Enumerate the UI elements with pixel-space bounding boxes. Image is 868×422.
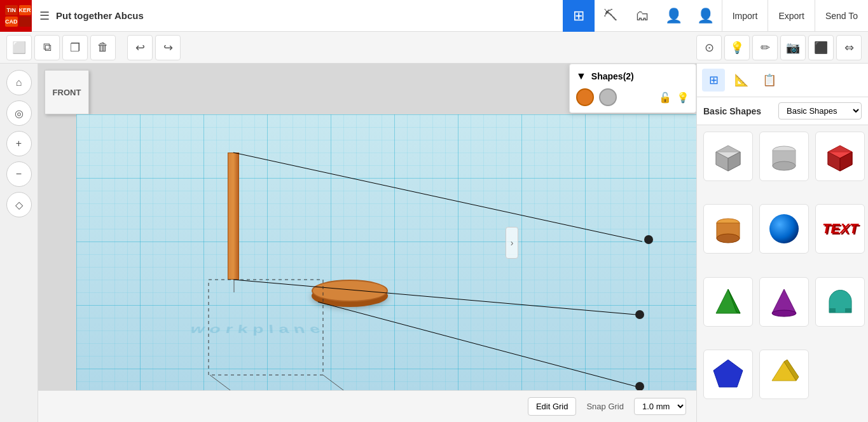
zoom-in-btn[interactable]: + bbox=[6, 131, 32, 156]
text-3d-shape-item[interactable]: TEXT bbox=[815, 204, 865, 254]
svg-line-2 bbox=[233, 153, 642, 242]
svg-line-9 bbox=[210, 375, 235, 390]
profile-btn[interactable]: 👤 bbox=[690, 0, 722, 32]
right-panel-tabs: ⊞ 📐 📋 bbox=[697, 64, 868, 97]
canvas-bottom-controls: Edit Grid Snap Grid 1.0 mm 0.5 mm 0.1 mm… bbox=[38, 390, 696, 422]
notes-tool-btn[interactable]: ✏ bbox=[752, 35, 778, 60]
fit-view-btn[interactable]: ◎ bbox=[6, 100, 32, 126]
shape-color-orange[interactable] bbox=[576, 88, 594, 106]
right-panel: ⊞ 📐 📋 Basic Shapes Basic Shapes Text & N… bbox=[696, 64, 868, 422]
pentagon-blue-shape-item[interactable] bbox=[703, 350, 753, 399]
home-view-btn[interactable]: ⌂ bbox=[6, 70, 32, 95]
svg-point-5 bbox=[635, 310, 644, 319]
canvas-area[interactable]: FRONT workplane bbox=[38, 64, 696, 422]
send-to-btn[interactable]: Send To bbox=[815, 0, 868, 32]
zoom-out-btn[interactable]: − bbox=[6, 161, 32, 187]
panel-expand-arrow[interactable]: › bbox=[506, 227, 518, 259]
notes-panel-tab[interactable]: 📋 bbox=[758, 69, 781, 92]
capture-tool-btn[interactable]: 📷 bbox=[780, 35, 806, 60]
cylinder-orange-shape-item[interactable] bbox=[703, 204, 753, 254]
shapes-category-select[interactable]: Basic Shapes Text & Numbers Geometric Fe… bbox=[778, 102, 862, 119]
align-tool-btn[interactable]: ⬛ bbox=[808, 35, 834, 60]
basic-shapes-title: Basic Shapes bbox=[703, 106, 778, 116]
main-area: ⌂ ◎ + − ◇ FRONT bbox=[0, 64, 868, 422]
shapes-popup-header: ▼ Shapes(2) bbox=[576, 71, 689, 82]
svg-line-6 bbox=[318, 302, 636, 386]
header: TIN KER CAD ☰ Put together Abcus ⊞ ⛏ 🗂 👤… bbox=[0, 0, 868, 32]
objects-container bbox=[76, 114, 696, 390]
app-logo[interactable]: TIN KER CAD bbox=[0, 0, 32, 32]
disc-object[interactable] bbox=[312, 280, 388, 302]
arch-teal-shape-item[interactable] bbox=[815, 277, 865, 327]
project-title: Put together Abcus bbox=[56, 10, 144, 21]
svg-marker-32 bbox=[713, 360, 743, 387]
camera-tool-btn[interactable]: ⊙ bbox=[696, 35, 722, 60]
svg-point-29 bbox=[772, 310, 796, 316]
menu-icon[interactable]: ☰ bbox=[39, 9, 50, 23]
lock-icon[interactable]: 🔓 bbox=[659, 92, 672, 104]
copy-tool-btn[interactable]: ⧉ bbox=[34, 35, 60, 60]
view-cube-face: FRONT bbox=[45, 70, 89, 114]
text-3d-icon: TEXT bbox=[822, 221, 858, 237]
roof-yellow-shape-item[interactable] bbox=[759, 350, 809, 399]
cone-purple-shape-item[interactable] bbox=[759, 277, 809, 327]
svg-rect-8 bbox=[209, 280, 323, 375]
import-btn[interactable]: Import bbox=[722, 0, 769, 32]
shapes-popup: ▼ Shapes(2) 🔓 💡 bbox=[569, 64, 696, 113]
light-popup-icon[interactable]: 💡 bbox=[677, 92, 689, 104]
undo-tool-btn[interactable]: ↩ bbox=[127, 35, 153, 60]
cylinder-gray-shape-item[interactable] bbox=[759, 132, 809, 181]
svg-point-7 bbox=[635, 382, 644, 390]
workplane-tool-btn[interactable]: ⬜ bbox=[6, 35, 32, 60]
mirror-tool-btn[interactable]: ⇔ bbox=[836, 35, 862, 60]
shape-icons-row: 🔓 💡 bbox=[576, 88, 689, 106]
measurement-svg bbox=[76, 114, 696, 390]
redo-tool-btn[interactable]: ↪ bbox=[155, 35, 181, 60]
box-gray-shape-item[interactable] bbox=[703, 132, 753, 181]
svg-marker-28 bbox=[772, 289, 796, 313]
shape-color-gray[interactable] bbox=[599, 88, 617, 106]
basic-shapes-header: Basic Shapes Basic Shapes Text & Numbers… bbox=[697, 97, 868, 125]
view-cube[interactable]: FRONT bbox=[45, 70, 95, 121]
shapes-popup-title: Shapes(2) bbox=[591, 71, 689, 81]
export-btn[interactable]: Export bbox=[768, 0, 815, 32]
sphere-blue-shape-item[interactable] bbox=[759, 204, 809, 254]
ruler-panel-tab[interactable]: 📐 bbox=[730, 69, 753, 92]
svg-line-10 bbox=[323, 375, 348, 390]
pyramid-green-shape-item[interactable] bbox=[703, 277, 753, 327]
toolbar: ⬜ ⧉ ❐ 🗑 ↩ ↪ ⊙ 💡 ✏ 📷 ⬛ ⇔ bbox=[0, 32, 868, 64]
sphere-icon bbox=[769, 214, 799, 243]
grid-view-btn[interactable]: ⊞ bbox=[563, 0, 595, 32]
svg-point-18 bbox=[773, 161, 796, 170]
svg-point-25 bbox=[717, 234, 740, 243]
edit-grid-btn[interactable]: Edit Grid bbox=[528, 397, 577, 416]
tall-box-object[interactable] bbox=[228, 153, 239, 280]
snap-grid-select[interactable]: 1.0 mm 0.5 mm 0.1 mm 2.0 mm bbox=[634, 398, 686, 415]
project-title-area: ☰ Put together Abcus bbox=[32, 9, 151, 23]
workplane: workplane bbox=[76, 114, 696, 390]
light-tool-btn[interactable]: 💡 bbox=[724, 35, 750, 60]
build-btn[interactable]: ⛏ bbox=[595, 0, 626, 32]
left-nav-panel: ⌂ ◎ + − ◇ bbox=[0, 64, 38, 422]
toolbar-right: ⊙ 💡 ✏ 📷 ⬛ ⇔ bbox=[183, 35, 862, 60]
svg-line-4 bbox=[233, 280, 636, 315]
snap-grid-label: Snap Grid bbox=[586, 402, 624, 411]
import-export-area: Import Export Send To bbox=[722, 0, 868, 32]
add-user-btn[interactable]: 👤 bbox=[658, 0, 690, 32]
briefcase-btn[interactable]: 🗂 bbox=[626, 0, 658, 32]
svg-rect-30 bbox=[829, 308, 836, 313]
shapes-grid: TEXT bbox=[697, 125, 868, 422]
header-right: ⊞ ⛏ 🗂 👤 👤 bbox=[563, 0, 722, 32]
svg-rect-31 bbox=[845, 308, 851, 313]
shapes-popup-collapse-btn[interactable]: ▼ bbox=[576, 71, 586, 82]
shapes-panel-tab[interactable]: ⊞ bbox=[702, 69, 725, 92]
delete-tool-btn[interactable]: 🗑 bbox=[90, 35, 116, 60]
svg-point-3 bbox=[644, 235, 653, 244]
duplicate-tool-btn[interactable]: ❐ bbox=[62, 35, 88, 60]
box-red-shape-item[interactable] bbox=[815, 132, 865, 181]
perspective-btn[interactable]: ◇ bbox=[6, 192, 32, 217]
